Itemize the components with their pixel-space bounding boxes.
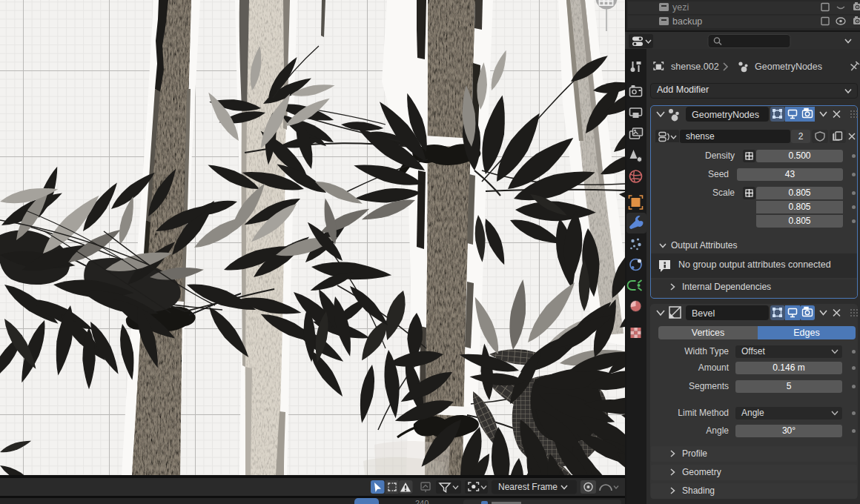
- svg-text:yezi: yezi: [672, 2, 689, 13]
- svg-text:Bevel: Bevel: [692, 308, 715, 319]
- svg-text:Nearest Frame: Nearest Frame: [498, 482, 558, 492]
- svg-text:shense.002: shense.002: [671, 62, 719, 72]
- svg-text:backup: backup: [672, 16, 702, 27]
- svg-text:GeometryNodes: GeometryNodes: [755, 62, 822, 72]
- svg-text:GeometryNodes: GeometryNodes: [692, 110, 759, 120]
